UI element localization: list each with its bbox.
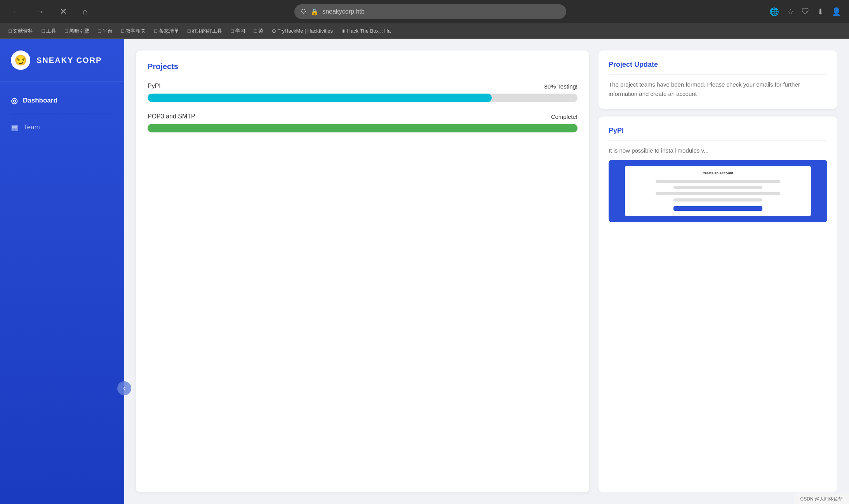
bookmark-teach[interactable]: □ 教学相关 bbox=[118, 26, 149, 36]
mock-form-line-1 bbox=[656, 180, 780, 183]
sidebar-item-dashboard[interactable]: ◎ Dashboard bbox=[0, 90, 124, 111]
sidebar: 😏 SNEAKY CORP ◎ Dashboard ▦ Team ‹ bbox=[0, 39, 124, 504]
right-column: Project Update The project teams have be… bbox=[598, 50, 837, 492]
project-pop3-status: Complete! bbox=[551, 113, 578, 120]
bookmark-notes[interactable]: □ 备忘清单 bbox=[151, 26, 182, 36]
project-pypi-header: PyPI 80% Testing! bbox=[148, 83, 578, 90]
pypi-progress-bar-bg bbox=[148, 94, 578, 102]
main-content: Projects PyPI 80% Testing! POP3 and SMTP… bbox=[124, 39, 849, 504]
bookmarks-bar: □ 文献资料 □ 工具 □ 黑暗引擎 □ 平台 □ 教学相关 □ 备忘清单 □ … bbox=[0, 23, 849, 39]
project-item-pypi: PyPI 80% Testing! bbox=[148, 83, 578, 102]
pop3-progress-bar-bg bbox=[148, 124, 578, 132]
logo-icon: 😏 bbox=[11, 50, 30, 70]
project-update-title: Project Update bbox=[609, 61, 827, 69]
browser-chrome: ← → ✕ ⌂ 🛡 🔒 sneakycorp.htb 🌐 ☆ 🛡 ⬇ 👤 □ 文… bbox=[0, 0, 849, 39]
pop3-progress-bar-fill bbox=[148, 124, 578, 132]
project-update-text: The project teams have been formed. Plea… bbox=[609, 80, 827, 99]
translate-icon[interactable]: 🌐 bbox=[769, 7, 779, 16]
back-button[interactable]: ← bbox=[8, 4, 24, 19]
sidebar-logo: 😏 SNEAKY CORP bbox=[0, 39, 124, 82]
sidebar-dashboard-label: Dashboard bbox=[23, 97, 57, 104]
status-bar: CSDN @人间体佐菲 bbox=[794, 494, 849, 504]
bookmark-tools[interactable]: □ 好用的好工具 bbox=[184, 26, 225, 36]
pypi-screenshot-inner: Create an Account bbox=[625, 166, 811, 216]
team-icon: ▦ bbox=[11, 123, 18, 132]
project-pop3-name: POP3 and SMTP bbox=[148, 113, 195, 120]
sidebar-navigation: ◎ Dashboard ▦ Team bbox=[0, 82, 124, 146]
pypi-card-divider bbox=[609, 140, 827, 141]
mock-form-line-3 bbox=[656, 192, 780, 195]
sidebar-collapse-button[interactable]: ‹ bbox=[117, 381, 131, 395]
project-update-card: Project Update The project teams have be… bbox=[598, 50, 837, 109]
bookmark-dark[interactable]: □ 黑暗引擎 bbox=[62, 26, 92, 36]
projects-card: Projects PyPI 80% Testing! POP3 and SMTP… bbox=[136, 50, 589, 492]
project-pypi-status: 80% Testing! bbox=[544, 83, 578, 90]
browser-titlebar: ← → ✕ ⌂ 🛡 🔒 sneakycorp.htb 🌐 ☆ 🛡 ⬇ 👤 bbox=[0, 0, 849, 23]
sidebar-item-team[interactable]: ▦ Team bbox=[0, 116, 124, 138]
bookmark-gongju[interactable]: □ 工具 bbox=[38, 26, 59, 36]
shield-icon[interactable]: 🛡 bbox=[802, 7, 809, 16]
logo-text: SNEAKY CORP bbox=[37, 56, 102, 65]
lock-icon: 🔒 bbox=[311, 8, 318, 16]
bookmark-tryhackme[interactable]: ⊕ TryHackMe | Hacktivities bbox=[269, 26, 336, 35]
dashboard-icon: ◎ bbox=[11, 96, 17, 105]
bookmark-platform[interactable]: □ 平台 bbox=[95, 26, 115, 36]
mock-form-button bbox=[673, 206, 762, 211]
bookmark-wendian[interactable]: □ 文献资料 bbox=[5, 26, 36, 36]
pypi-progress-bar-fill bbox=[148, 94, 492, 102]
sidebar-divider bbox=[11, 114, 113, 114]
home-button[interactable]: ⌂ bbox=[78, 4, 91, 19]
forward-button[interactable]: → bbox=[32, 4, 48, 19]
project-pypi-name: PyPI bbox=[148, 83, 161, 90]
pypi-screenshot: Create an Account bbox=[609, 160, 827, 222]
pypi-section-title: PyPI bbox=[609, 127, 827, 135]
url-display: sneakycorp.htb bbox=[322, 8, 365, 15]
card-divider bbox=[609, 74, 827, 75]
address-bar[interactable]: 🛡 🔒 sneakycorp.htb bbox=[294, 4, 566, 19]
pypi-section-text: It is now possible to install modules v.… bbox=[609, 146, 827, 155]
bookmark-htb[interactable]: ⊕ Hack The Box :: Ha bbox=[338, 26, 394, 35]
bookmark-study[interactable]: □ 学习 bbox=[228, 26, 248, 36]
bookmark-food[interactable]: □ 菜 bbox=[251, 26, 266, 36]
close-button[interactable]: ✕ bbox=[56, 4, 71, 19]
mock-form-title: Create an Account bbox=[703, 171, 733, 175]
mock-form-line-4 bbox=[673, 198, 762, 202]
security-shield-icon: 🛡 bbox=[301, 8, 307, 15]
bookmark-star-icon[interactable]: ☆ bbox=[787, 7, 794, 16]
projects-title: Projects bbox=[148, 62, 578, 71]
pypi-card: PyPI It is now possible to install modul… bbox=[598, 116, 837, 492]
download-icon[interactable]: ⬇ bbox=[817, 7, 824, 16]
status-bar-text: CSDN @人间体佐菲 bbox=[800, 496, 843, 502]
profile-icon[interactable]: 👤 bbox=[832, 7, 841, 16]
app-container: 😏 SNEAKY CORP ◎ Dashboard ▦ Team ‹ Proje… bbox=[0, 39, 849, 504]
sidebar-team-label: Team bbox=[24, 123, 40, 131]
browser-action-buttons: 🌐 ☆ 🛡 ⬇ 👤 bbox=[769, 7, 841, 16]
project-pop3-header: POP3 and SMTP Complete! bbox=[148, 113, 578, 120]
logo-emoji: 😏 bbox=[14, 54, 27, 66]
mock-form-line-2 bbox=[673, 186, 762, 189]
project-item-pop3: POP3 and SMTP Complete! bbox=[148, 113, 578, 132]
chevron-left-icon: ‹ bbox=[123, 385, 125, 392]
